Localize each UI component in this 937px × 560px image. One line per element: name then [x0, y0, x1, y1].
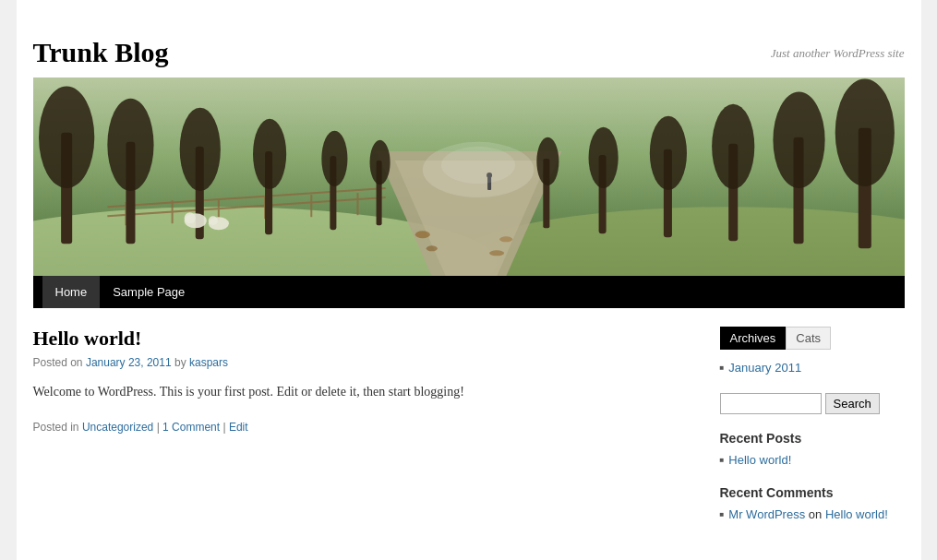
archive-list: January 2011 [720, 359, 905, 376]
post-meta: Posted on January 23, 2011 by kaspars [33, 356, 692, 369]
post-edit-link[interactable]: Edit [229, 421, 248, 434]
post-footer: Posted in Uncategorized | 1 Comment | Ed… [33, 421, 692, 434]
nav-item-sample-page[interactable]: Sample Page [100, 276, 198, 308]
svg-point-47 [426, 245, 437, 251]
nav-item-home[interactable]: Home [42, 276, 101, 308]
comment-on-text: on [809, 507, 825, 521]
search-button[interactable]: Search [825, 393, 880, 414]
post-meta-prefix: Posted on [33, 356, 86, 369]
recent-comments-list: Mr WordPress on Hello world! [720, 506, 905, 523]
post-by-text: by [174, 356, 189, 369]
post-author-link[interactable]: kaspars [189, 356, 228, 369]
comment-text: Mr WordPress on Hello world! [728, 507, 887, 521]
comment-post-link[interactable]: Hello world! [825, 507, 888, 521]
svg-point-20 [253, 119, 286, 189]
svg-point-22 [321, 131, 347, 186]
nav-link-home[interactable]: Home [42, 276, 101, 308]
svg-point-40 [208, 216, 217, 225]
svg-point-46 [499, 236, 512, 242]
archive-item: January 2011 [720, 359, 905, 376]
site-header: Trunk Blog Just another WordPress site [33, 18, 905, 77]
svg-point-48 [489, 250, 504, 256]
nav-bar: Home Sample Page [33, 276, 905, 308]
svg-point-26 [835, 79, 894, 186]
comment-author-link[interactable]: Mr WordPress [728, 507, 805, 521]
main-content: Hello world! Posted on January 23, 2011 … [33, 327, 692, 540]
main-layout: Hello world! Posted on January 23, 2011 … [33, 308, 905, 558]
search-input[interactable] [720, 393, 822, 414]
svg-point-32 [649, 116, 686, 190]
post-title: Hello world! [33, 327, 692, 351]
recent-posts-title: Recent Posts [720, 431, 905, 446]
sidebar: Archives Cats January 2011 Search Recent… [720, 327, 905, 540]
nav-link-sample-page[interactable]: Sample Page [100, 276, 198, 308]
recent-post-item: Hello world! [720, 451, 905, 469]
recent-posts-list: Hello world! [720, 451, 905, 469]
site-title: Trunk Blog [33, 37, 169, 68]
svg-point-44 [440, 147, 514, 184]
svg-point-36 [536, 137, 559, 185]
svg-point-24 [369, 140, 390, 185]
recent-comments-title: Recent Comments [720, 485, 905, 500]
svg-point-14 [39, 87, 94, 188]
post-date-link[interactable]: January 23, 2011 [86, 356, 172, 369]
search-row: Search [720, 393, 905, 414]
sidebar-tabs: Archives Cats [720, 327, 905, 350]
svg-point-30 [712, 104, 754, 189]
tab-archives[interactable]: Archives [720, 327, 787, 350]
svg-point-34 [588, 127, 618, 188]
svg-point-38 [184, 212, 195, 223]
recent-comment-item: Mr WordPress on Hello world! [720, 506, 905, 523]
hero-image [33, 77, 905, 276]
blog-post: Hello world! Posted on January 23, 2011 … [33, 327, 692, 434]
post-comment-link[interactable]: 1 Comment [162, 421, 220, 434]
post-category-link[interactable]: Uncategorized [82, 421, 153, 434]
site-description: Just another WordPress site [771, 46, 905, 61]
svg-point-16 [107, 99, 153, 191]
svg-point-28 [773, 92, 824, 188]
post-footer-prefix: Posted in [33, 421, 79, 434]
post-content: Welcome to WordPress. This is your first… [33, 382, 692, 402]
archive-link-jan2011[interactable]: January 2011 [728, 361, 801, 375]
svg-point-18 [179, 108, 220, 191]
svg-point-45 [414, 231, 429, 238]
tab-cats[interactable]: Cats [786, 327, 831, 350]
recent-post-link-1[interactable]: Hello world! [728, 453, 791, 467]
